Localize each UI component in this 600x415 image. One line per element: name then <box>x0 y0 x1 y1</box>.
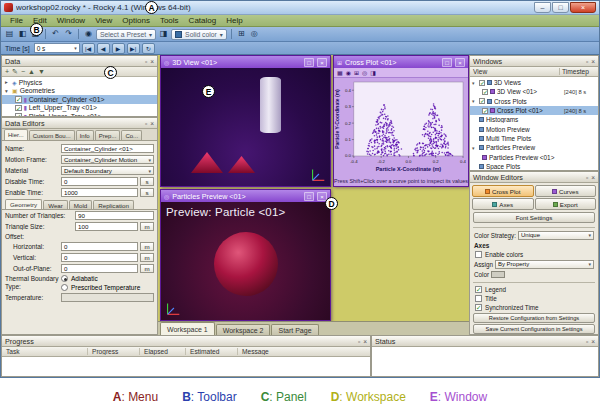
export-button[interactable]: Export <box>535 198 597 210</box>
float-panel-icon[interactable]: ▫ <box>586 174 588 181</box>
legend-row[interactable]: ✓ Legend <box>470 285 598 294</box>
triangle-size-field[interactable]: 100 <box>75 222 138 231</box>
close-icon[interactable]: × <box>317 58 327 67</box>
play-button[interactable]: ▶ <box>112 43 125 54</box>
paint-icon[interactable]: ◨ <box>370 69 376 76</box>
edit-icon[interactable]: ✎ <box>12 68 18 76</box>
tree-item-physics[interactable]: ▸ ◈ Physics <box>2 78 157 87</box>
new-file-icon[interactable]: ▤ <box>4 28 15 40</box>
horizontal-field[interactable]: 0 <box>61 242 138 251</box>
num-triangles-field[interactable]: 90 <box>75 211 154 220</box>
horizontal-unit[interactable]: m <box>140 242 154 251</box>
checkbox-checked[interactable]: ✓ <box>479 98 485 104</box>
move-up-icon[interactable]: ▲ <box>28 68 35 75</box>
checkbox-unchecked[interactable] <box>475 251 482 258</box>
grid-icon[interactable]: ⊞ <box>354 69 359 76</box>
checkbox-checked[interactable]: ✓ <box>479 80 485 86</box>
menu-options[interactable]: Options <box>117 16 155 25</box>
font-settings-button[interactable]: Font Settings <box>473 212 595 223</box>
tree-item-geometries[interactable]: ▾ ▣ Geometries <box>2 87 157 96</box>
enable-colors-row[interactable]: Enable colors <box>470 250 598 259</box>
collapse-icon[interactable]: ▾ <box>472 145 477 151</box>
title-row[interactable]: Title <box>470 294 598 303</box>
prescribed-temperature-radio-row[interactable]: Prescribed Temperature <box>61 284 140 291</box>
view3d-titlebar[interactable]: ◎ 3D View <01> □ × <box>161 56 330 68</box>
close-icon[interactable]: × <box>150 120 154 127</box>
checkbox-checked[interactable]: ✓ <box>15 96 22 103</box>
float-panel-icon[interactable]: ▫ <box>358 338 360 345</box>
checkbox-unchecked[interactable] <box>475 295 482 302</box>
time-input[interactable]: 0 s ▾ <box>34 43 80 53</box>
menu-file[interactable]: File <box>5 16 28 25</box>
collapse-icon[interactable]: ▾ <box>472 80 477 86</box>
skip-end-button[interactable]: ▶| <box>127 43 140 54</box>
move-down-icon[interactable]: ▼ <box>38 68 45 75</box>
subtab-mold[interactable]: Mold <box>69 200 92 209</box>
cross-plot-svg[interactable]: -0.4-0.20.00.20.40.00.10.20.30.4Particle… <box>334 78 468 176</box>
enable-time-field[interactable]: 1000 <box>61 188 138 197</box>
vertical-field[interactable]: 0 <box>61 253 138 262</box>
tab-co[interactable]: Co... <box>121 130 142 140</box>
checkbox-checked[interactable]: ✓ <box>482 89 488 95</box>
radio-checked[interactable] <box>61 275 68 282</box>
tab-workspace-1[interactable]: Workspace 1 <box>160 322 215 335</box>
checkbox-checked[interactable]: ✓ <box>15 105 22 112</box>
menu-help[interactable]: Help <box>221 16 247 25</box>
color-swatch[interactable] <box>491 271 505 278</box>
menu-window[interactable]: Window <box>52 16 90 25</box>
tab-hierarchy[interactable]: Hier... <box>4 129 28 140</box>
windows-tree-item-particles-preview[interactable]: ▾ Particles Preview <box>470 143 598 152</box>
grid-icon[interactable]: ⊞ <box>236 28 247 40</box>
save-configuration-button[interactable]: Save Current Configuration in Settings <box>473 324 595 334</box>
maximize-button[interactable]: □ <box>552 2 569 13</box>
vertical-unit[interactable]: m <box>140 253 154 262</box>
checkbox-checked[interactable]: ✓ <box>475 304 482 311</box>
step-back-button[interactable]: ◀ <box>97 43 110 54</box>
subtab-geometry[interactable]: Geometry <box>5 199 42 209</box>
snapshot-icon[interactable]: ◉ <box>83 28 94 40</box>
disable-time-unit[interactable]: s <box>140 177 154 186</box>
windows-tree-item-multi-time-plots[interactable]: Multi Time Plots <box>470 134 598 143</box>
float-panel-icon[interactable]: ▫ <box>145 120 147 127</box>
float-panel-icon[interactable]: ▫ <box>586 338 588 345</box>
minimize-button[interactable]: – <box>534 2 551 13</box>
float-panel-icon[interactable]: ▫ <box>586 58 588 65</box>
maximize-icon[interactable]: □ <box>442 58 452 67</box>
color-dropdown[interactable]: Solid color ▾ <box>171 29 227 40</box>
windows-tree-item-3d-view-01[interactable]: ✓ 3D View <01> [240] 8 s <box>470 87 598 96</box>
close-icon[interactable]: × <box>150 58 154 65</box>
cross-plot-editor-button[interactable]: Cross Plot <box>472 185 534 197</box>
subtab-replication[interactable]: Replication <box>93 200 134 209</box>
close-button[interactable]: × <box>570 2 596 13</box>
windows-tree-item-particles-preview-01[interactable]: Particles Preview <01> <box>470 152 598 161</box>
windows-tree-item-3d-views[interactable]: ▾ ✓ 3D Views <box>470 78 598 87</box>
maximize-icon[interactable]: □ <box>304 192 314 201</box>
synchronized-time-row[interactable]: ✓ Synchronized Time <box>470 303 598 312</box>
adiabatic-radio-row[interactable]: Adiabatic <box>61 275 140 282</box>
checkbox-checked[interactable]: ✓ <box>482 108 488 114</box>
close-icon[interactable]: × <box>363 338 367 345</box>
cross-plot-titlebar[interactable]: ⊞ Cross Plot <01> □ × <box>334 56 468 68</box>
collapse-icon[interactable]: ▾ <box>472 98 477 104</box>
tree-item-left-upper-tray[interactable]: ✓ ▮ Left_Upper_Tray <01> <box>2 104 157 113</box>
skip-start-button[interactable]: |◀ <box>82 43 95 54</box>
close-icon[interactable]: × <box>455 58 465 67</box>
save-icon[interactable]: ▦ <box>337 69 343 76</box>
undo-icon[interactable]: ↶ <box>50 28 61 40</box>
menu-catalog[interactable]: Catalog <box>184 16 222 25</box>
close-icon[interactable]: × <box>591 338 595 345</box>
float-panel-icon[interactable]: ▫ <box>145 58 147 65</box>
out-of-plane-field[interactable]: 0 <box>61 264 138 273</box>
name-field[interactable]: Container_Cylinder <01> <box>61 144 154 153</box>
tab-info[interactable]: Info <box>76 130 94 140</box>
paint-icon[interactable]: ◨ <box>158 28 169 40</box>
windows-tree-item-histograms[interactable]: Histograms <box>470 115 598 124</box>
material-select[interactable]: Default Boundary ▾ <box>61 166 154 175</box>
tab-custom-boundary[interactable]: Custom Bou... <box>29 130 75 140</box>
windows-tree-item-cross-plot-01[interactable]: ✓ Cross Plot <01> [240] 8 s <box>470 106 598 115</box>
radio-unchecked[interactable] <box>61 284 68 291</box>
color-strategy-select[interactable]: Unique ▾ <box>518 231 594 240</box>
disable-time-field[interactable]: 0 <box>61 177 138 186</box>
close-icon[interactable]: × <box>591 174 595 181</box>
menu-view[interactable]: View <box>90 16 117 25</box>
